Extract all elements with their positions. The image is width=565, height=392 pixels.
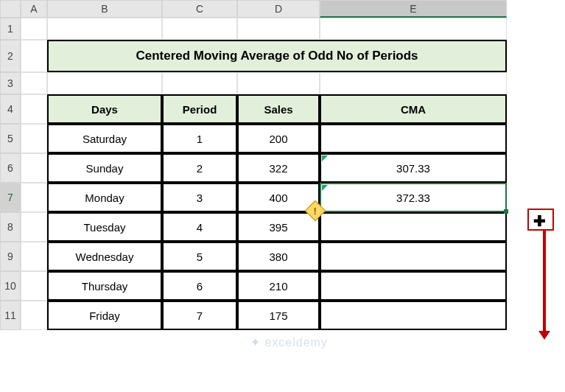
title-cell[interactable]: Centered Moving Average of Odd No of Per… xyxy=(47,40,507,72)
cell-a8[interactable] xyxy=(21,212,47,242)
row-header-4[interactable]: 4 xyxy=(0,94,21,124)
cell-c1[interactable] xyxy=(162,18,237,40)
row-header-1[interactable]: 1 xyxy=(0,18,21,40)
row-header-3[interactable]: 3 xyxy=(0,72,21,94)
cell-period-0[interactable]: 1 xyxy=(162,124,237,153)
cell-cma-1[interactable]: 307.33 xyxy=(320,153,507,183)
row-header-10[interactable]: 10 xyxy=(0,271,21,301)
cell-cma-2-value: 372.33 xyxy=(396,192,430,204)
header-sales[interactable]: Sales xyxy=(237,94,320,124)
cell-period-4[interactable]: 5 xyxy=(162,242,237,271)
cell-day-6[interactable]: Friday xyxy=(47,301,162,330)
cell-a6[interactable] xyxy=(21,153,47,183)
fill-cursor-icon: ✚ xyxy=(533,212,546,230)
header-period[interactable]: Period xyxy=(162,94,237,124)
cell-b1[interactable] xyxy=(47,18,162,40)
col-header-d[interactable]: D xyxy=(237,0,320,18)
cell-cma-6[interactable] xyxy=(320,301,507,330)
cell-cma-4[interactable] xyxy=(320,242,507,271)
select-all-corner[interactable] xyxy=(0,0,21,18)
cell-day-4[interactable]: Wednesday xyxy=(47,242,162,271)
cell-a9[interactable] xyxy=(21,242,47,271)
cell-cma-2-selected[interactable]: 372.33 xyxy=(320,183,507,212)
cell-day-3[interactable]: Tuesday xyxy=(47,212,162,242)
drag-arrow-icon xyxy=(543,231,546,334)
header-cma[interactable]: CMA xyxy=(320,94,507,124)
cell-day-5[interactable]: Thursday xyxy=(47,271,162,301)
row-header-5[interactable]: 5 xyxy=(0,124,21,153)
col-header-a[interactable]: A xyxy=(21,0,47,18)
cell-a10[interactable] xyxy=(21,271,47,301)
row-header-9[interactable]: 9 xyxy=(0,242,21,271)
cell-cma-3[interactable] xyxy=(320,212,507,242)
cell-period-1[interactable]: 2 xyxy=(162,153,237,183)
cell-day-0[interactable]: Saturday xyxy=(47,124,162,153)
row-header-6[interactable]: 6 xyxy=(0,153,21,183)
fill-handle[interactable] xyxy=(504,209,508,214)
cell-sales-1[interactable]: 322 xyxy=(237,153,320,183)
cell-period-5[interactable]: 6 xyxy=(162,271,237,301)
row-header-7[interactable]: 7 xyxy=(0,183,21,212)
cell-period-2[interactable]: 3 xyxy=(162,183,237,212)
cell-e1[interactable] xyxy=(320,18,507,40)
row-header-8[interactable]: 8 xyxy=(0,212,21,242)
row-header-11[interactable]: 11 xyxy=(0,301,21,330)
cell-day-2[interactable]: Monday xyxy=(47,183,162,212)
cell-e3[interactable] xyxy=(320,72,507,94)
watermark-text: exceldemy xyxy=(250,335,328,349)
cell-cma-0[interactable] xyxy=(320,124,507,153)
cell-b3[interactable] xyxy=(47,72,162,94)
cell-a7[interactable] xyxy=(21,183,47,212)
col-header-e[interactable]: E xyxy=(320,0,507,18)
cell-d3[interactable] xyxy=(237,72,320,94)
cell-d1[interactable] xyxy=(237,18,320,40)
cell-cma-5[interactable] xyxy=(320,271,507,301)
cell-a5[interactable] xyxy=(21,124,47,153)
cell-a4[interactable] xyxy=(21,94,47,124)
header-days[interactable]: Days xyxy=(47,94,162,124)
cell-a2[interactable] xyxy=(21,40,47,72)
spreadsheet-grid: A B C D E 1 2 Centered Moving Average of… xyxy=(0,0,565,330)
cell-a3[interactable] xyxy=(21,72,47,94)
col-header-c[interactable]: C xyxy=(162,0,237,18)
cell-a11[interactable] xyxy=(21,301,47,330)
col-header-b[interactable]: B xyxy=(47,0,162,18)
cell-sales-5[interactable]: 210 xyxy=(237,271,320,301)
cell-c3[interactable] xyxy=(162,72,237,94)
cell-sales-6[interactable]: 175 xyxy=(237,301,320,330)
warning-icon: ! xyxy=(314,206,317,217)
cell-period-3[interactable]: 4 xyxy=(162,212,237,242)
cell-sales-3[interactable]: 395 xyxy=(237,212,320,242)
row-header-2[interactable]: 2 xyxy=(0,40,21,72)
cell-sales-4[interactable]: 380 xyxy=(237,242,320,271)
cell-period-6[interactable]: 7 xyxy=(162,301,237,330)
cell-a1[interactable] xyxy=(21,18,47,40)
cell-sales-0[interactable]: 200 xyxy=(237,124,320,153)
cell-day-1[interactable]: Sunday xyxy=(47,153,162,183)
